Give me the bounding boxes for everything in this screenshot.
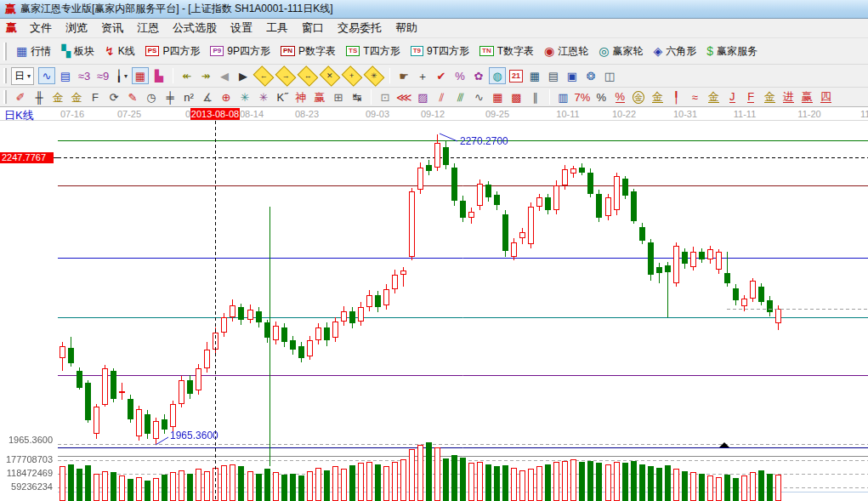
menu-item-4[interactable]: 公式选股 <box>166 18 224 38</box>
parallel-lines-icon[interactable]: ∥ <box>527 88 544 105</box>
zigzag-tool-icon[interactable]: ∿ <box>471 88 488 105</box>
t-number-table-button[interactable]: TNT数字表 <box>474 43 539 60</box>
pen-knife-icon[interactable]: ✐ <box>12 88 29 105</box>
f-angle-icon[interactable]: F <box>742 88 759 105</box>
last-page-icon[interactable]: ↠ <box>197 67 214 84</box>
ying-angle-icon[interactable]: 赢 <box>798 88 815 105</box>
menu-item-5[interactable]: 设置 <box>224 18 259 38</box>
menu-item-8[interactable]: 交易委托 <box>331 18 389 38</box>
gann-wheel-button[interactable]: ◉江恩轮 <box>539 43 593 60</box>
prev-page-icon[interactable]: ◀ <box>216 67 233 84</box>
calendar-icon[interactable]: 21 <box>508 67 525 84</box>
wave-9-icon[interactable]: ≈9 <box>94 67 111 84</box>
shift-left-icon[interactable]: ← <box>253 65 275 87</box>
save-icon[interactable]: ▣ <box>564 67 581 84</box>
pattern-tool-icon[interactable]: ▦ <box>132 67 149 84</box>
percent-icon[interactable]: % <box>593 88 610 105</box>
gold-circle-icon[interactable]: 金 <box>630 88 647 105</box>
wave-line-icon[interactable]: ≈ <box>686 88 703 105</box>
gold-grid-icon[interactable]: 金 <box>49 88 66 105</box>
sectors-button[interactable]: ▚板块 <box>56 43 99 60</box>
star-grid-icon[interactable]: ✳ <box>255 88 272 105</box>
gold-line-icon[interactable]: 金 <box>649 88 666 105</box>
trend-lines-icon[interactable]: ⫻ <box>452 88 469 105</box>
red-grid-icon[interactable]: ▦ <box>490 88 507 105</box>
hand-tool-icon[interactable]: ☛ <box>395 67 412 84</box>
horizontal-arrows-icon[interactable]: ↹ <box>349 88 366 105</box>
hexagon-button[interactable]: ◈六角形 <box>648 43 701 60</box>
t-square-button[interactable]: TST四方形 <box>341 43 406 60</box>
stat-bars-icon[interactable]: ▥ <box>555 88 572 105</box>
gold-angle-icon[interactable]: 金 <box>705 88 722 105</box>
frame-tool-icon-glyph: ⊡ <box>381 92 390 103</box>
spiral-icon[interactable]: ⟳ <box>105 88 122 105</box>
menu-item-1[interactable]: 浏览 <box>59 18 94 38</box>
kline-button[interactable]: ↯K线 <box>99 43 140 60</box>
f-grid-icon[interactable]: F <box>87 88 104 105</box>
crosshair-tool-icon[interactable]: ＋ <box>414 67 431 84</box>
shen-tool-icon[interactable]: 神 <box>292 88 309 105</box>
menu-item-9[interactable]: 帮助 <box>389 18 424 38</box>
star-tool-icon[interactable]: ✳ <box>236 88 253 105</box>
grid-tool-icon[interactable]: ╫ <box>31 88 48 105</box>
9t-square-button[interactable]: T99T四方形 <box>406 43 474 60</box>
menu-item-7[interactable]: 窗口 <box>295 18 331 38</box>
print-icon[interactable]: ◫ <box>601 67 618 84</box>
9p-square-button[interactable]: P99P四方形 <box>205 43 275 60</box>
gann-figure-icon[interactable]: ✿ <box>470 67 487 84</box>
n-square-icon[interactable]: n² <box>180 88 197 105</box>
percent-tool-icon[interactable]: % <box>451 67 468 84</box>
first-page-icon[interactable]: ↞ <box>179 67 196 84</box>
menu-item-6[interactable]: 工具 <box>259 18 295 38</box>
red-grid-2-icon[interactable]: ▩ <box>508 88 525 105</box>
k-note-icon[interactable]: K˝ <box>274 88 291 105</box>
jin-angle-icon[interactable]: 进 <box>780 88 797 105</box>
gold-grid-2-icon[interactable]: 金 <box>68 88 85 105</box>
wave-3-icon[interactable]: ≈3 <box>76 67 93 84</box>
angle-tool-icon[interactable]: ∡ <box>199 88 216 105</box>
notes-icon[interactable]: ▤ <box>545 67 562 84</box>
winner-service-button[interactable]: $赢家服务 <box>701 43 763 60</box>
smart-analysis-icon[interactable]: ◍ <box>489 67 506 84</box>
red-pen-icon[interactable]: ✎ <box>124 88 141 105</box>
next-page-icon[interactable]: ▶ <box>235 67 252 84</box>
grid-pen-icon[interactable]: ▨ <box>415 88 432 105</box>
compress-icon[interactable]: ✕ <box>320 65 341 87</box>
sketch-mode-icon[interactable]: ∿ <box>38 67 55 84</box>
web-icon[interactable]: ❂ <box>582 67 599 84</box>
zoom-all-icon[interactable]: ✳ <box>364 65 385 87</box>
gann-crosshair-icon[interactable]: ⊕ <box>218 88 235 105</box>
shift-right-icon[interactable]: → <box>275 65 297 87</box>
seven-percent-icon[interactable]: 7% <box>574 88 592 105</box>
measure-tool-icon[interactable]: ✔ <box>433 67 450 84</box>
menu-item-2[interactable]: 资讯 <box>94 18 130 38</box>
grid-123-icon[interactable]: ⊞ <box>330 88 347 105</box>
ying-tool-icon[interactable]: 赢 <box>311 88 328 105</box>
time-circle-icon[interactable]: ◷ <box>143 88 160 105</box>
p-number-table-button[interactable]: PNP数字表 <box>275 43 341 60</box>
gold-angle-2-icon[interactable]: 金 <box>761 88 778 105</box>
candle-style-button[interactable]: ╽▾ <box>113 67 130 84</box>
calculator-icon[interactable]: ▦ <box>526 67 543 84</box>
ray-fan-2-icon[interactable]: ⫽ <box>434 88 451 105</box>
ray-fan-icon[interactable]: ⋘ <box>395 88 413 105</box>
expand-horizontal-icon[interactable]: ↔ <box>298 65 319 87</box>
histogram-icon[interactable]: ▙ <box>150 67 167 84</box>
winner-wheel-button[interactable]: ◎赢家轮 <box>593 43 648 60</box>
quote-button[interactable]: ▦行情 <box>11 43 56 60</box>
zoom-in-icon[interactable]: + <box>342 65 363 87</box>
si-angle-icon[interactable]: 四 <box>817 88 834 105</box>
frame-tool-icon[interactable]: ⊡ <box>377 88 394 105</box>
star-tool-icon-glyph: ✳ <box>241 92 250 103</box>
hash-tool-icon[interactable]: ╪ <box>162 88 179 105</box>
p-square-button[interactable]: PSP四方形 <box>140 43 206 60</box>
percent-line-icon[interactable]: % <box>611 88 628 105</box>
j-angle-icon[interactable]: J <box>723 88 740 105</box>
info-panel-icon[interactable]: ▤ <box>57 67 74 84</box>
menu-item-3[interactable]: 江恩 <box>130 18 166 38</box>
candle-pen-icon[interactable]: ╿ <box>667 88 684 105</box>
kline-chart-canvas[interactable] <box>0 121 868 501</box>
title-bar[interactable]: 赢 赢家江恩专业版[赢家内部服务平台] - [上证指数 SH1A0001-111… <box>0 0 868 19</box>
period-day-button[interactable]: 日▾ <box>11 67 34 85</box>
menu-item-0[interactable]: 文件 <box>23 18 59 38</box>
